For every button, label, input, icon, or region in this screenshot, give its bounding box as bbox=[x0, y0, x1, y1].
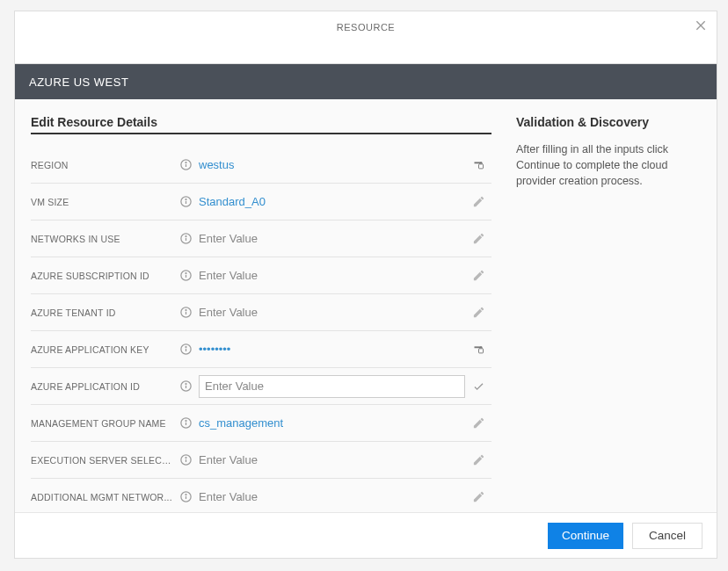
modal-header: RESOURCE bbox=[15, 11, 717, 64]
validation-help-text: After filling in all the inputs click Co… bbox=[516, 141, 701, 189]
field-value[interactable]: Enter Value bbox=[195, 306, 465, 319]
field-label: NETWORKS IN USE bbox=[31, 234, 176, 244]
banner-title: AZURE US WEST bbox=[29, 76, 128, 89]
info-icon[interactable] bbox=[176, 379, 195, 393]
field-row: ADDITIONAL MGMT NETWOR...Enter Value bbox=[31, 479, 491, 512]
field-input-wrap bbox=[195, 375, 465, 398]
info-icon[interactable] bbox=[176, 306, 195, 319]
info-icon[interactable] bbox=[176, 453, 195, 466]
field-value[interactable]: Enter Value bbox=[195, 453, 465, 466]
field-row: AZURE APPLICATION ID bbox=[31, 368, 491, 405]
svg-point-17 bbox=[186, 310, 186, 311]
pencil-icon[interactable] bbox=[465, 232, 491, 245]
validation-column: Validation & Discovery After filling in … bbox=[516, 115, 701, 512]
field-label: AZURE TENANT ID bbox=[31, 307, 176, 318]
field-row: NETWORKS IN USEEnter Value bbox=[31, 220, 491, 257]
fields-list: REGIONwestusVM SIZEStandard_A0NETWORKS I… bbox=[31, 147, 491, 512]
field-value[interactable]: cs_management bbox=[195, 416, 465, 430]
pencil-icon[interactable] bbox=[465, 269, 491, 282]
pencil-icon[interactable] bbox=[465, 453, 491, 466]
field-label: EXECUTION SERVER SELECTOR bbox=[31, 455, 176, 466]
field-row: REGIONwestus bbox=[31, 147, 491, 184]
edit-details-title: Edit Resource Details bbox=[31, 115, 491, 134]
info-icon[interactable] bbox=[176, 416, 195, 430]
field-row: AZURE TENANT IDEnter Value bbox=[31, 294, 491, 331]
field-label: AZURE APPLICATION KEY bbox=[31, 344, 176, 355]
close-icon[interactable] bbox=[694, 18, 708, 36]
cancel-button[interactable]: Cancel bbox=[632, 523, 703, 549]
info-icon[interactable] bbox=[176, 158, 195, 171]
continue-button[interactable]: Continue bbox=[548, 523, 623, 549]
svg-point-4 bbox=[186, 163, 186, 163]
pencil-icon[interactable] bbox=[465, 195, 491, 208]
validation-title: Validation & Discovery bbox=[516, 115, 701, 129]
field-label: REGION bbox=[31, 160, 176, 170]
field-value[interactable]: Enter Value bbox=[195, 232, 465, 245]
svg-rect-5 bbox=[478, 164, 483, 169]
info-icon[interactable] bbox=[176, 232, 195, 245]
field-input[interactable] bbox=[199, 375, 465, 398]
info-icon[interactable] bbox=[176, 269, 195, 282]
field-label: ADDITIONAL MGMT NETWOR... bbox=[31, 492, 176, 502]
svg-point-20 bbox=[186, 347, 186, 348]
field-row: VM SIZEStandard_A0 bbox=[31, 184, 491, 220]
pencil-icon[interactable] bbox=[465, 416, 491, 430]
field-row: AZURE APPLICATION KEY•••••••• bbox=[31, 331, 491, 368]
info-icon[interactable] bbox=[176, 490, 195, 503]
svg-point-33 bbox=[186, 495, 186, 495]
field-label: VM SIZE bbox=[31, 197, 176, 207]
field-value[interactable]: Standard_A0 bbox=[195, 195, 465, 208]
svg-point-27 bbox=[186, 421, 186, 422]
field-label: AZURE APPLICATION ID bbox=[31, 381, 176, 392]
field-value[interactable]: Enter Value bbox=[195, 269, 465, 282]
svg-point-8 bbox=[186, 199, 186, 200]
pencil-icon[interactable] bbox=[465, 490, 491, 503]
field-row: AZURE SUBSCRIPTION IDEnter Value bbox=[31, 257, 491, 294]
resource-modal: RESOURCE AZURE US WEST Edit Resource Det… bbox=[14, 11, 717, 559]
field-label: MANAGEMENT GROUP NAME bbox=[31, 418, 176, 429]
svg-point-30 bbox=[186, 458, 186, 459]
pencil-icon[interactable] bbox=[465, 306, 491, 319]
field-row: EXECUTION SERVER SELECTOREnter Value bbox=[31, 442, 491, 479]
lock-icon bbox=[465, 158, 491, 171]
svg-rect-21 bbox=[478, 349, 483, 353]
resource-banner: AZURE US WEST bbox=[15, 64, 717, 99]
check-icon[interactable] bbox=[465, 379, 491, 393]
modal-title: RESOURCE bbox=[337, 22, 395, 33]
modal-content: Edit Resource Details REGIONwestusVM SIZ… bbox=[15, 99, 717, 512]
modal-footer: Continue Cancel bbox=[15, 512, 717, 558]
field-value[interactable]: Enter Value bbox=[195, 490, 465, 503]
svg-point-24 bbox=[186, 384, 186, 385]
info-icon[interactable] bbox=[176, 343, 195, 356]
info-icon[interactable] bbox=[176, 195, 195, 208]
lock-icon bbox=[465, 343, 491, 356]
edit-details-column: Edit Resource Details REGIONwestusVM SIZ… bbox=[31, 115, 491, 512]
field-row: MANAGEMENT GROUP NAMEcs_management bbox=[31, 405, 491, 442]
field-value[interactable]: •••••••• bbox=[195, 343, 465, 356]
field-value[interactable]: westus bbox=[195, 158, 465, 171]
field-label: AZURE SUBSCRIPTION ID bbox=[31, 271, 176, 281]
svg-point-11 bbox=[186, 236, 186, 237]
svg-point-14 bbox=[186, 273, 186, 274]
